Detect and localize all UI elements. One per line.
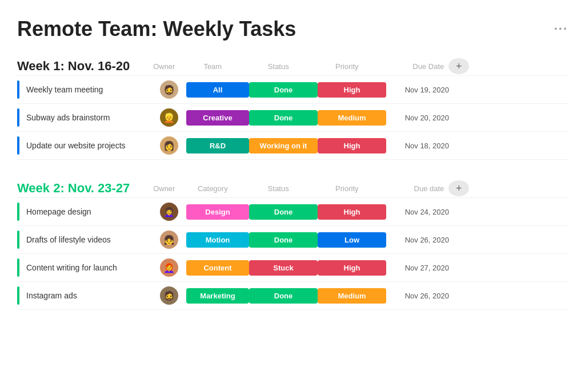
table-row: Weekly team meeting 🧔 All Done High Nov … <box>17 75 568 103</box>
week2-header-row: Week 2: Nov. 23-27 Owner Category Status… <box>17 180 568 196</box>
week2-col-due: Due date <box>381 184 444 193</box>
owner-avatar: 👧 <box>152 231 186 249</box>
page-container: Remote Team: Weekly Tasks ··· Week 1: No… <box>17 17 568 310</box>
week1-col-due: Due Date <box>381 62 444 71</box>
status-badge: Stuck <box>249 260 318 276</box>
team-badge: Creative <box>186 110 249 126</box>
table-row: Homepage design 👩‍🦱 Design Done High Nov… <box>17 197 568 225</box>
priority-badge: High <box>318 260 386 276</box>
owner-avatar: 👩‍🦰 <box>152 258 186 277</box>
row-border <box>17 136 19 155</box>
task-name: Drafts of lifestyle videos <box>26 235 152 244</box>
task-name: Subway ads brainstorm <box>26 113 152 122</box>
avatar: 👩 <box>160 136 178 155</box>
avatar: 🧔 <box>160 286 178 305</box>
week2-col-status: Status <box>244 184 312 193</box>
week1-col-team: Team <box>181 62 244 71</box>
week1-col-priority: Priority <box>312 62 381 71</box>
task-name: Update our website projects <box>26 141 152 150</box>
avatar: 🧔 <box>160 80 178 99</box>
status-badge: Done <box>249 204 318 220</box>
row-border <box>17 203 19 221</box>
avatar: 👧 <box>160 231 178 249</box>
status-badge: Working on it <box>249 138 318 153</box>
week2-add-button[interactable]: + <box>448 180 469 196</box>
priority-badge: Medium <box>318 288 386 304</box>
week1-add-button[interactable]: + <box>448 58 469 74</box>
table-row: Drafts of lifestyle videos 👧 Motion Done… <box>17 225 568 253</box>
team-badge: Content <box>186 260 249 276</box>
due-date: Nov 24, 2020 <box>386 208 449 216</box>
week2-section: Week 2: Nov. 23-27 Owner Category Status… <box>17 180 568 310</box>
task-name: Instagram ads <box>26 291 152 300</box>
owner-avatar: 🧔 <box>152 286 186 305</box>
row-border <box>17 231 19 249</box>
team-badge: Design <box>186 204 249 220</box>
week1-section: Week 1: Nov. 16-20 Owner Team Status Pri… <box>17 58 568 160</box>
avatar: 👱 <box>160 108 178 127</box>
status-badge: Done <box>249 82 318 98</box>
due-date: Nov 26, 2020 <box>386 292 449 300</box>
week2-col-priority: Priority <box>312 184 381 193</box>
status-badge: Done <box>249 288 318 304</box>
table-row: Instagram ads 🧔 Marketing Done Medium No… <box>17 281 568 310</box>
team-badge: R&D <box>186 138 249 153</box>
row-border <box>17 258 19 277</box>
owner-avatar: 👩‍🦱 <box>152 203 186 221</box>
team-badge: Marketing <box>186 288 249 304</box>
week2-col-category: Category <box>181 184 244 193</box>
owner-avatar: 🧔 <box>152 80 186 99</box>
table-row: Update our website projects 👩 R&D Workin… <box>17 131 568 160</box>
table-row: Subway ads brainstorm 👱 Creative Done Me… <box>17 103 568 131</box>
task-name: Weekly team meeting <box>26 85 152 94</box>
avatar: 👩‍🦱 <box>160 203 178 221</box>
page-title: Remote Team: Weekly Tasks <box>17 17 296 41</box>
week2-title: Week 2: Nov. 23-27 <box>17 181 130 196</box>
due-date: Nov 27, 2020 <box>386 264 449 272</box>
task-name: Homepage design <box>26 207 152 216</box>
status-badge: Done <box>249 232 318 248</box>
due-date: Nov 18, 2020 <box>386 142 449 150</box>
priority-badge: Medium <box>318 110 386 126</box>
owner-avatar: 👩 <box>152 136 186 155</box>
week1-col-status: Status <box>244 62 312 71</box>
row-border <box>17 108 19 127</box>
owner-avatar: 👱 <box>152 108 186 127</box>
week1-title: Week 1: Nov. 16-20 <box>17 59 130 74</box>
week1-col-owner: Owner <box>147 62 181 71</box>
row-border <box>17 80 19 99</box>
due-date: Nov 19, 2020 <box>386 86 449 94</box>
team-badge: Motion <box>186 232 249 248</box>
more-options-icon[interactable]: ··· <box>554 22 568 37</box>
status-badge: Done <box>249 110 318 126</box>
due-date: Nov 20, 2020 <box>386 114 449 122</box>
avatar: 👩‍🦰 <box>160 258 178 277</box>
priority-badge: High <box>318 82 386 98</box>
priority-badge: Low <box>318 232 386 248</box>
row-border <box>17 286 19 305</box>
task-name: Content writing for launch <box>26 263 152 272</box>
week1-header-row: Week 1: Nov. 16-20 Owner Team Status Pri… <box>17 58 568 74</box>
week2-col-owner: Owner <box>147 184 181 193</box>
due-date: Nov 26, 2020 <box>386 236 449 244</box>
priority-badge: High <box>318 138 386 153</box>
team-badge: All <box>186 82 249 98</box>
priority-badge: High <box>318 204 386 220</box>
table-row: Content writing for launch 👩‍🦰 Content S… <box>17 253 568 281</box>
page-title-row: Remote Team: Weekly Tasks ··· <box>17 17 568 41</box>
